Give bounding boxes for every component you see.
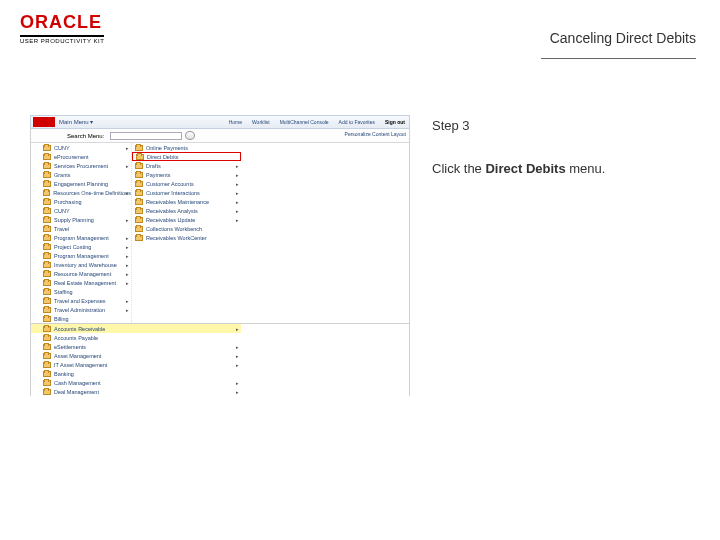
main-menu-dropdown[interactable]: Main Menu ▾ [59,118,93,125]
menu-item[interactable]: Customer Interactions▸ [132,188,241,197]
menu-item[interactable]: Resource Management▸ [31,269,131,278]
folder-icon [135,226,143,232]
submenu-arrow-icon: ▸ [126,145,129,151]
menu-item-label: eProcurement [54,154,89,160]
menu-item[interactable]: Receivables Maintenance▸ [132,197,241,206]
menu-item[interactable]: Program Management▸ [31,251,131,260]
menu-item[interactable]: Services Procurement▸ [31,161,131,170]
instruction-panel: Step 3 Click the Direct Debits menu. [432,118,692,176]
menu-item-label: Cash Management [54,380,100,386]
menu-item[interactable]: Deal Management▸ [31,387,241,396]
folder-icon [43,307,51,313]
menu-item[interactable]: Supply Planning▸ [31,215,131,224]
menu-item[interactable]: Customer Accounts▸ [132,179,241,188]
menu-item[interactable]: Collections Workbench [132,224,241,233]
toolbar-links: Home Worklist MultiChannel Console Add t… [229,116,405,128]
menu-item-label: Resources One-time Definitions [53,190,131,196]
folder-icon [43,244,51,250]
menu-item[interactable]: Receivables WorkCenter [132,233,241,242]
folder-icon [43,208,51,214]
folder-icon [135,163,143,169]
menu-item[interactable]: Travel and Expenses▸ [31,296,131,305]
personalize-link[interactable]: Personalize Content Layout [345,131,406,137]
menu-item[interactable]: Drafts▸ [132,161,241,170]
menu-item-label: Deal Management [54,389,99,395]
menu-item[interactable]: Project Costing▸ [31,242,131,251]
menu-item[interactable]: Receivables Update▸ [132,215,241,224]
menu-item[interactable]: Online Payments [132,143,241,152]
menu-item[interactable]: Direct Debits [132,152,241,161]
menu-item[interactable]: CUNY▸ [31,143,131,152]
menu-item[interactable]: Real Estate Management▸ [31,278,131,287]
menu-item[interactable]: eSettlements▸ [31,342,241,351]
submenu-arrow-icon: ▸ [236,190,239,196]
menu-item-label: Receivables Update [146,217,195,223]
menu-item-label: Travel Administration [54,307,105,313]
menu-item-label: IT Asset Management [54,362,107,368]
menu-item-label: Customer Interactions [146,190,200,196]
menu-item[interactable]: Resources One-time Definitions▸ [31,188,131,197]
search-go-button[interactable] [185,131,195,140]
app-brand-logo [33,117,55,127]
menu-item[interactable]: Accounts Receivable▸ [31,324,241,333]
menu-item[interactable]: Program Management▸ [31,233,131,242]
menu-item[interactable]: Travel Administration▸ [31,305,131,314]
menu-item-label: Payments [146,172,170,178]
folder-icon [135,172,143,178]
menu-item-label: Real Estate Management [54,280,116,286]
menu-item[interactable]: Cash Management▸ [31,378,241,387]
folder-icon [43,253,51,259]
menu-item-label: Billing [54,316,69,322]
folder-icon [43,371,51,377]
folder-icon [135,235,143,241]
folder-icon [43,353,51,359]
menu-item-label: Inventory and Warehouse [54,262,117,268]
submenu-arrow-icon: ▸ [126,190,129,196]
folder-icon [43,190,50,196]
toolbar-multichannel[interactable]: MultiChannel Console [280,119,329,125]
toolbar-favorites[interactable]: Add to Favorites [339,119,375,125]
menu-item-label: Program Management [54,253,109,259]
toolbar-home[interactable]: Home [229,119,242,125]
menu-item[interactable]: Inventory and Warehouse▸ [31,260,131,269]
submenu-arrow-icon: ▸ [126,298,129,304]
menu-item-label: Travel and Expenses [54,298,105,304]
menu-item-label: Project Costing [54,244,91,250]
menu-item[interactable]: Billing [31,314,131,323]
menu-item[interactable]: eProcurement [31,152,131,161]
menu-item[interactable]: Banking [31,369,241,378]
menu-item[interactable]: Staffing [31,287,131,296]
menu-item[interactable]: Payments▸ [132,170,241,179]
submenu-arrow-icon: ▸ [236,163,239,169]
menu-item-label: Online Payments [146,145,188,151]
menu-item[interactable]: Grants [31,170,131,179]
menu-item-label: Supply Planning [54,217,94,223]
folder-icon [43,362,51,368]
folder-icon [135,199,143,205]
toolbar-signout[interactable]: Sign out [385,119,405,125]
submenu-arrow-icon: ▸ [236,326,239,332]
menu-item-label: Grants [54,172,71,178]
folder-icon [43,226,51,232]
folder-icon [135,208,143,214]
menu-item[interactable]: Travel [31,224,131,233]
submenu-arrow-icon: ▸ [236,172,239,178]
folder-icon [43,344,51,350]
logo-subtitle: USER PRODUCTIVITY KIT [20,35,104,44]
folder-icon [43,199,51,205]
folder-icon [135,217,143,223]
toolbar-worklist[interactable]: Worklist [252,119,270,125]
menu-item[interactable]: Purchasing [31,197,131,206]
menu-item[interactable]: Accounts Payable [31,333,241,342]
search-input[interactable] [110,132,182,140]
menu-item[interactable]: IT Asset Management▸ [31,360,241,369]
application-screenshot: Main Menu ▾ Home Worklist MultiChannel C… [30,115,410,415]
menu-item[interactable]: Engagement Planning [31,179,131,188]
submenu-arrow-icon: ▸ [126,262,129,268]
menu-item[interactable]: Receivables Analysis▸ [132,206,241,215]
submenu-arrow-icon: ▸ [126,253,129,259]
folder-icon [43,262,51,268]
menu-item[interactable]: Asset Management▸ [31,351,241,360]
submenu-arrow-icon: ▸ [126,271,129,277]
menu-item[interactable]: CUNY [31,206,131,215]
